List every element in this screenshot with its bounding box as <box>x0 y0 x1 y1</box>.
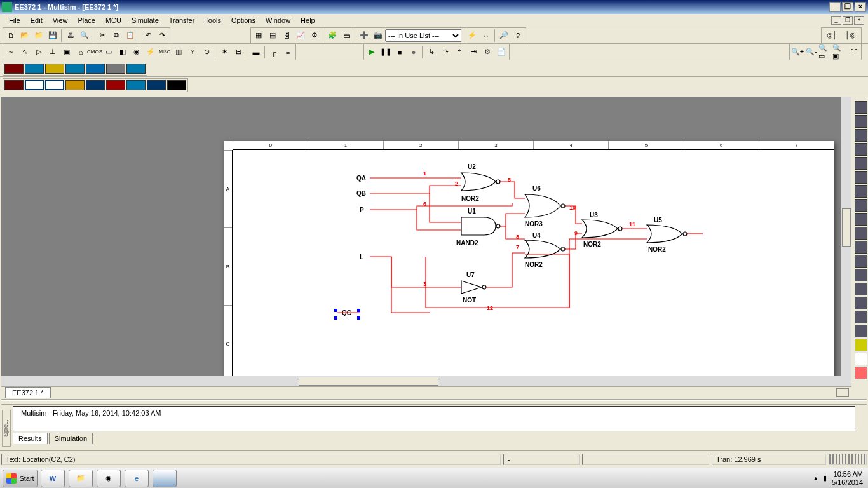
gate-u3[interactable]: U3 NOR2 <box>582 212 622 248</box>
network-analyzer-icon[interactable] <box>855 283 867 295</box>
swatch-rated-9-icon[interactable] <box>167 80 186 90</box>
place-cmos-button[interactable]: CMOS <box>88 45 102 59</box>
distortion-analyzer-icon[interactable] <box>855 255 867 268</box>
menu-options[interactable]: Options <box>226 15 261 25</box>
swatch-basic-icon[interactable] <box>25 64 44 74</box>
task-explorer-icon[interactable]: 📁 <box>69 470 93 487</box>
swatch-transistor-icon[interactable] <box>65 64 85 74</box>
doc-maximize-button[interactable] <box>836 388 849 397</box>
stop-button[interactable]: ■ <box>393 45 407 59</box>
task-word-icon[interactable]: W <box>41 470 65 487</box>
save-button[interactable]: 💾 <box>46 29 60 43</box>
start-button[interactable]: Start <box>3 470 38 487</box>
mdi-restore-button[interactable]: ❐ <box>843 16 853 25</box>
menu-window[interactable]: Window <box>261 15 295 25</box>
sim-log-button[interactable]: 📄 <box>494 45 508 59</box>
swatch-power-icon[interactable] <box>126 64 146 74</box>
step-over-button[interactable]: ↷ <box>438 45 452 59</box>
cut-button[interactable]: ✂ <box>95 29 109 43</box>
iv-analyzer-icon[interactable] <box>855 241 867 254</box>
close-button[interactable]: × <box>855 2 866 12</box>
place-ni-button[interactable]: ✶ <box>217 45 231 59</box>
doc-tab-ee372[interactable]: EE372 1 * <box>5 387 51 398</box>
tek-scope-icon[interactable] <box>855 339 867 351</box>
place-hierarchy-button[interactable]: ┌ <box>267 45 281 59</box>
toggle-grid-button[interactable]: ▦ <box>252 29 266 43</box>
logic-converter-icon[interactable] <box>855 227 867 240</box>
place-basic-button[interactable]: ∿ <box>18 45 32 59</box>
menu-transfer[interactable]: Transfer <box>164 15 200 25</box>
circuit-canvas[interactable]: QA QB P L QC U2 NOR2 <box>233 150 834 383</box>
database-manager-button[interactable]: 🗃 <box>339 29 353 43</box>
swatch-measure-icon[interactable] <box>86 64 105 74</box>
component-wizard-button[interactable]: 🧩 <box>325 29 339 43</box>
place-indicator-button[interactable]: ◉ <box>130 45 144 59</box>
swatch-rated-1-icon[interactable] <box>4 80 24 90</box>
spreadsheet-side-label[interactable]: Spre... <box>2 410 11 447</box>
new-button[interactable]: 🗋 <box>4 29 18 43</box>
minimize-button[interactable]: _ <box>829 2 841 12</box>
gate-u1[interactable]: U1 NAND2 <box>456 208 500 247</box>
swatch-rated-5-icon[interactable] <box>86 80 105 90</box>
tray-battery-icon[interactable]: ▮ <box>823 474 827 482</box>
place-misc-button[interactable]: MISC <box>158 45 172 59</box>
zoom-out-button[interactable]: 🔍- <box>804 45 818 59</box>
swatch-rated-6-icon[interactable] <box>106 80 125 90</box>
wattmeter-icon[interactable] <box>855 129 867 142</box>
place-transistor-button[interactable]: ⊥ <box>46 45 60 59</box>
menu-help[interactable]: Help <box>295 15 320 25</box>
swatch-analog-icon[interactable] <box>4 64 24 74</box>
place-source-button[interactable]: ~ <box>4 45 18 59</box>
place-analog-button[interactable]: ▣ <box>60 45 74 59</box>
tray-clock[interactable]: 10:56 AM 5/16/2014 <box>832 470 863 487</box>
function-generator-icon[interactable] <box>855 115 867 128</box>
step-to-button[interactable]: ⇥ <box>466 45 480 59</box>
swatch-rated-4-icon[interactable] <box>65 80 85 90</box>
sim-switch-on-icon[interactable]: ◎│ <box>822 29 841 43</box>
place-mcu-button[interactable]: ▬ <box>249 45 263 59</box>
task-chrome-icon[interactable]: ◉ <box>97 470 121 487</box>
menu-file[interactable]: File <box>4 15 25 25</box>
zoom-area-button[interactable]: 🔍▭ <box>818 45 832 59</box>
zoom-in-button[interactable]: 🔍+ <box>790 45 804 59</box>
place-advanced-button[interactable]: ▥ <box>172 45 186 59</box>
current-probe-icon[interactable] <box>855 367 867 379</box>
swatch-rated-8-icon[interactable] <box>147 80 166 90</box>
step-into-button[interactable]: ↳ <box>424 45 438 59</box>
menu-view[interactable]: View <box>48 15 73 25</box>
place-rf-button[interactable]: Y <box>186 45 200 59</box>
schematic-sheet[interactable]: 0 1 2 3 4 5 6 7 A B C QA QB P L QC <box>224 141 834 383</box>
open-button[interactable]: 📂 <box>18 29 32 43</box>
step-out-button[interactable]: ↰ <box>452 45 466 59</box>
task-multisim-icon[interactable] <box>153 470 177 487</box>
mdi-close-button[interactable]: × <box>854 16 864 25</box>
swatch-rated-7-icon[interactable] <box>126 80 146 90</box>
four-channel-scope-icon[interactable] <box>855 157 867 170</box>
pause-button[interactable]: ❚❚ <box>379 45 393 59</box>
in-use-list[interactable]: --- In Use List --- <box>385 29 461 42</box>
output-body[interactable]: Multisim - Friday, May 16, 2014, 10:42:0… <box>13 406 855 431</box>
oscilloscope-icon[interactable] <box>855 143 867 156</box>
restore-button[interactable]: ❐ <box>842 2 853 12</box>
spectrum-analyzer-icon[interactable] <box>855 269 867 281</box>
place-power-button[interactable]: ⚡ <box>144 45 158 59</box>
agilent-fg-icon[interactable] <box>855 297 867 309</box>
gate-u2[interactable]: U2 NOR2 <box>461 163 500 202</box>
sim-switch-off-icon[interactable]: │◎ <box>841 29 860 43</box>
swatch-diode-icon[interactable] <box>45 64 64 74</box>
copy-button[interactable]: ⧉ <box>109 29 123 43</box>
bode-plotter-icon[interactable] <box>855 171 867 184</box>
menu-place[interactable]: Place <box>72 15 100 25</box>
horizontal-scrollbar[interactable] <box>1 376 851 386</box>
capture-button[interactable]: 📷 <box>371 29 385 43</box>
agilent-mm-icon[interactable] <box>855 311 867 323</box>
find-button[interactable]: 🔎 <box>497 29 511 43</box>
fullscreen-button[interactable]: ⛶ <box>846 45 860 59</box>
place-connector-button[interactable]: ⊟ <box>231 45 245 59</box>
output-resize-handle[interactable] <box>1 400 867 405</box>
undo-button[interactable]: ↶ <box>141 29 155 43</box>
multimeter-icon[interactable] <box>855 101 867 114</box>
vertical-scrollbar[interactable] <box>841 97 851 376</box>
menu-edit[interactable]: Edit <box>25 15 48 25</box>
labview-instr-icon[interactable] <box>855 353 867 365</box>
